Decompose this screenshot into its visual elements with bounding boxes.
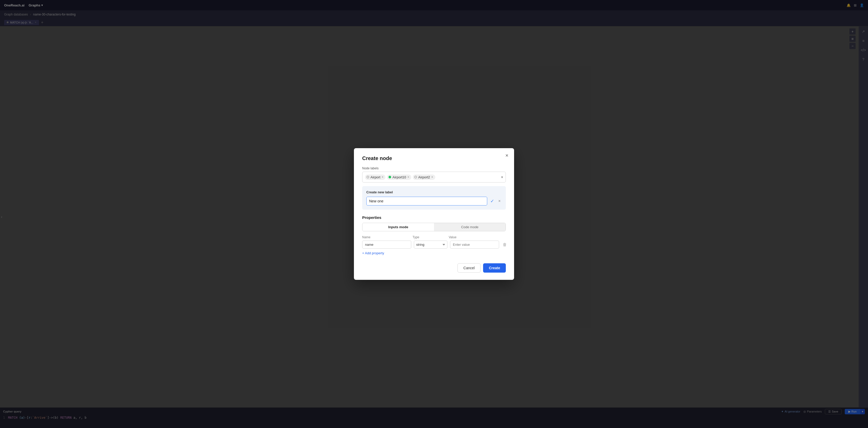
properties-title: Properties bbox=[362, 215, 506, 220]
label-tag-airport2: Airport2 × bbox=[413, 174, 435, 180]
airport2-dot bbox=[414, 176, 417, 178]
airport2-tag-close[interactable]: × bbox=[431, 175, 433, 178]
create-button[interactable]: Create bbox=[483, 263, 506, 273]
create-label-confirm-button[interactable]: ✓ bbox=[489, 198, 495, 204]
airport10-dot bbox=[389, 176, 391, 178]
add-property-button[interactable]: + Add property bbox=[362, 250, 384, 256]
label-tag-airport: Airport × bbox=[365, 174, 385, 180]
col-name-header: Name bbox=[362, 235, 410, 239]
node-labels-label: Node labels bbox=[362, 166, 506, 170]
airport-label-text: Airport bbox=[370, 175, 380, 179]
cancel-button[interactable]: Cancel bbox=[458, 263, 481, 273]
create-label-cancel-button[interactable]: × bbox=[497, 199, 502, 203]
inputs-mode-button[interactable]: Inputs mode bbox=[363, 223, 434, 231]
col-type-header: Type bbox=[412, 235, 446, 239]
property-row: string integer float boolean date list 🗑 bbox=[362, 240, 506, 249]
create-label-input[interactable] bbox=[366, 197, 487, 205]
modal-overlay: Create node × Node labels Airport × Airp… bbox=[0, 0, 868, 428]
create-label-input-row: ✓ × bbox=[366, 197, 502, 205]
mode-toggle: Inputs mode Code mode bbox=[362, 223, 506, 231]
labels-dropdown-icon[interactable]: ▾ bbox=[501, 175, 503, 179]
create-new-label-box: Create new label ✓ × bbox=[362, 186, 506, 209]
label-tag-airport10: Airport10 × bbox=[387, 174, 411, 180]
create-label-title: Create new label bbox=[366, 190, 502, 194]
delete-icon: 🗑 bbox=[503, 242, 507, 247]
property-row-headers: Name Type Value bbox=[362, 235, 506, 239]
create-node-modal: Create node × Node labels Airport × Airp… bbox=[354, 148, 514, 280]
col-value-header: Value bbox=[449, 235, 506, 239]
airport10-label-text: Airport10 bbox=[393, 175, 406, 179]
property-value-input[interactable] bbox=[450, 240, 499, 249]
airport10-tag-close[interactable]: × bbox=[407, 175, 409, 178]
code-mode-button[interactable]: Code mode bbox=[434, 223, 505, 231]
airport2-label-text: Airport2 bbox=[418, 175, 430, 179]
airport-tag-close[interactable]: × bbox=[381, 175, 383, 178]
modal-title: Create node bbox=[362, 155, 506, 161]
airport-dot bbox=[367, 176, 369, 178]
labels-input-row: Airport × Airport10 × Airport2 × ▾ bbox=[362, 172, 506, 183]
property-delete-button[interactable]: 🗑 bbox=[502, 242, 508, 247]
modal-close-button[interactable]: × bbox=[505, 153, 508, 158]
property-type-select[interactable]: string integer float boolean date list bbox=[414, 240, 447, 249]
property-name-input[interactable] bbox=[362, 240, 411, 249]
modal-footer: Cancel Create bbox=[362, 263, 506, 273]
